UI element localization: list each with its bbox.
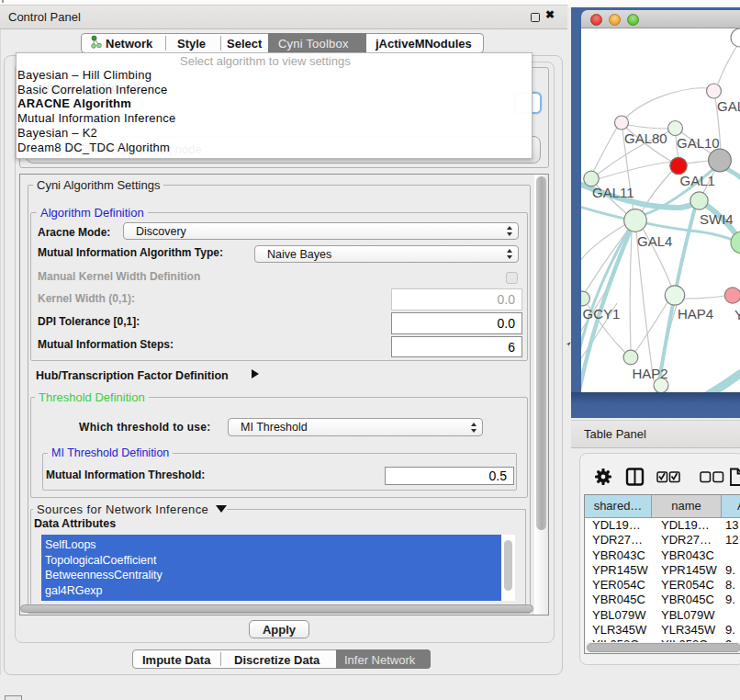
svg-text:SWI4: SWI4 — [700, 211, 734, 227]
svg-text:GCY1: GCY1 — [583, 306, 621, 322]
svg-text:GAL4: GAL4 — [637, 233, 672, 249]
svg-text:GAL10: GAL10 — [677, 135, 720, 151]
svg-text:GAL80: GAL80 — [624, 130, 667, 146]
svg-text:GAL: GAL — [717, 98, 740, 114]
svg-text:HAP4: HAP4 — [678, 306, 713, 322]
svg-text:GAL11: GAL11 — [592, 185, 634, 200]
svg-text:Y: Y — [734, 307, 740, 322]
svg-text:GAL1: GAL1 — [680, 173, 715, 188]
svg-text:HAP2: HAP2 — [633, 366, 668, 381]
